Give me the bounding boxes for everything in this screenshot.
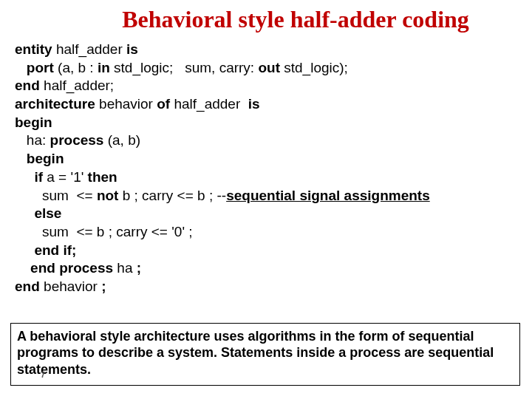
kw-is: is (248, 96, 260, 112)
txt: sum <= (15, 188, 97, 203)
txt: std_logic); (280, 60, 348, 75)
kw-endprocess: end process (15, 260, 113, 276)
txt: half_adder; (40, 78, 114, 93)
txt: (a, b : (54, 60, 98, 75)
kw-semi: ; (101, 279, 106, 294)
kw-port: port (15, 60, 54, 75)
txt: ha (113, 260, 137, 276)
kw-process: process (50, 132, 104, 148)
txt: ha: (15, 132, 50, 148)
txt: a = '1' (43, 169, 88, 185)
kw-end: end (15, 78, 40, 93)
kw-then: then (88, 169, 117, 185)
txt: behavior (40, 279, 101, 294)
comment-underline: sequential signal assignments (226, 188, 430, 203)
kw-architecture: architecture (15, 96, 95, 112)
kw-entity: entity (15, 41, 52, 57)
kw-semi: ; (137, 260, 141, 276)
kw-endif: end if; (15, 242, 76, 258)
kw-is: is (126, 41, 138, 57)
txt: (a, b) (103, 132, 140, 148)
txt: half_adder (170, 96, 248, 112)
kw-in: in (98, 60, 110, 75)
slide: Behavioral style half-adder coding entit… (0, 0, 532, 399)
note-text: A behavioral style architecture uses alg… (17, 329, 494, 377)
kw-else: else (15, 205, 61, 221)
txt: std_logic; sum, carry: (110, 60, 259, 75)
kw-begin: begin (15, 151, 64, 166)
kw-out: out (258, 60, 280, 75)
kw-if: if (15, 169, 43, 185)
txt: behavior (95, 96, 157, 112)
kw-of: of (157, 96, 170, 112)
slide-title: Behavioral style half-adder coding (15, 6, 517, 33)
kw-end: end (15, 279, 40, 294)
kw-not: not (97, 188, 119, 203)
note-box: A behavioral style architecture uses alg… (10, 323, 520, 386)
txt: half_adder (52, 41, 126, 57)
txt: b ; carry <= b ; -- (118, 188, 226, 203)
txt: sum <= b ; carry <= '0' ; (15, 224, 193, 239)
code-block: entity half_adder is port (a, b : in std… (15, 41, 517, 296)
kw-begin: begin (15, 115, 52, 130)
page-number: 7 (41, 370, 45, 381)
